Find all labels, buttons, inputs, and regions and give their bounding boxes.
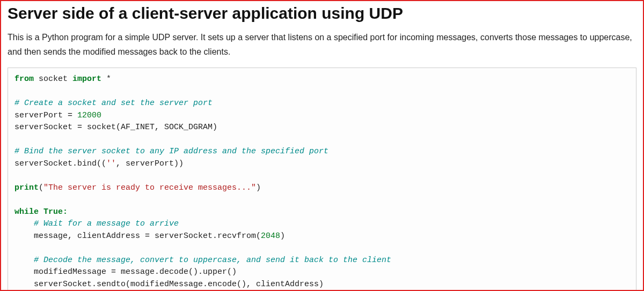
code-keyword: from	[14, 74, 34, 84]
code-string: ''	[106, 159, 116, 168]
code-keyword: print	[14, 183, 39, 192]
code-number: 2048	[261, 232, 280, 241]
code-comment: # Wait for a message to arrive	[14, 219, 179, 228]
code-text: socket	[34, 74, 72, 84]
code-number: 12000	[77, 111, 101, 120]
code-text: modifiedMessage = message.decode().upper…	[14, 267, 237, 277]
code-text: serverSocket.bind((	[14, 159, 106, 168]
code-text: )	[280, 232, 285, 241]
code-text: serverSocket = socket(AF_INET, SOCK_DGRA…	[14, 123, 217, 132]
code-block: from socket import * # Create a socket a…	[8, 68, 636, 291]
document-frame: Server side of a client-server applicati…	[0, 0, 644, 291]
code-comment: # Bind the server socket to any IP addre…	[14, 147, 328, 156]
code-text: serverSocket.sendto(modifiedMessage.enco…	[14, 280, 324, 289]
code-text: True:	[39, 207, 68, 217]
code-comment: # Decode the message, convert to upperca…	[14, 256, 391, 265]
code-keyword: import	[72, 74, 101, 84]
code-text: *	[101, 74, 111, 84]
code-text: serverPort =	[14, 111, 77, 120]
code-text: )	[256, 183, 261, 192]
code-text: , serverPort))	[116, 159, 184, 168]
description-paragraph: This is a Python program for a simple UD…	[8, 30, 636, 59]
code-comment: # Create a socket and set the server por…	[14, 99, 213, 108]
code-text: (	[39, 183, 43, 192]
code-string: "The server is ready to receive messages…	[43, 183, 256, 192]
code-keyword: while	[14, 207, 39, 217]
code-text: message, clientAddress = serverSocket.re…	[14, 232, 261, 241]
page-title: Server side of a client-server applicati…	[8, 4, 636, 23]
